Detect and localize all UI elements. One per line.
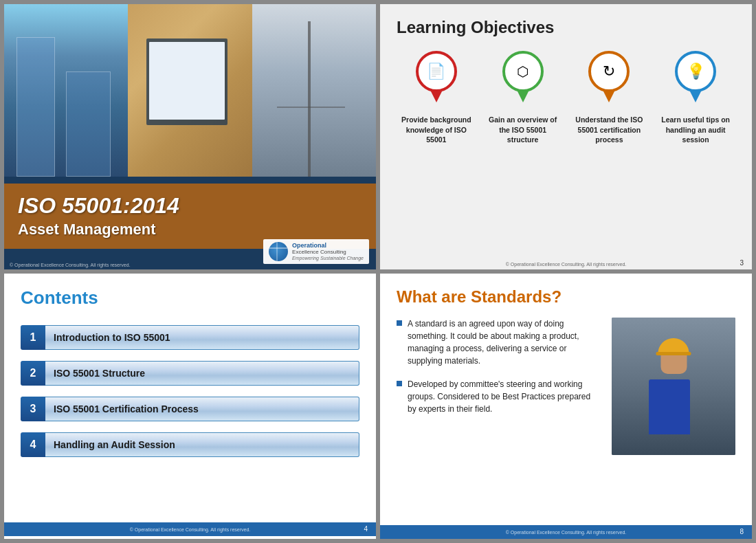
slide-4-footer-bar: © Operational Excellence Consulting. All…	[380, 525, 752, 539]
objective-3: ↻ Understand the ISO 55001 certification…	[570, 51, 649, 145]
worker-body	[649, 379, 690, 434]
hard-hat-icon	[658, 338, 689, 353]
obj-4-text: Learn useful tips on handling an audit s…	[656, 115, 735, 145]
slide-4-body: A standard is an agreed upon way of doin…	[397, 318, 735, 455]
slide-4-footer-text: © Operational Excellence Consulting. All…	[506, 530, 627, 535]
obj-4-circle: 💡	[675, 51, 716, 92]
obj-1-text: Provide background knowledge of ISO 5500…	[397, 115, 476, 145]
content-num-4: 4	[21, 432, 45, 457]
lightbulb-icon: 💡	[687, 64, 705, 79]
content-num-3: 3	[21, 397, 45, 421]
bullet-marker-1	[397, 320, 402, 326]
logo-line2: Excellence Consulting	[292, 250, 364, 256]
content-num-1: 1	[21, 325, 45, 350]
slide-1-logo: Operational Excellence Consulting Empowe…	[263, 239, 369, 264]
slide-1-main-title: ISO 55001:2014	[18, 194, 362, 218]
slide-2-title: Learning Objectives	[397, 18, 735, 37]
slide-3-contents: Contents 1 Introduction to ISO 55001 2 I…	[4, 274, 376, 539]
obj-2-text: Gain an overview of the ISO 55001 struct…	[483, 115, 563, 145]
obj-1-pin: 📄	[412, 51, 460, 109]
slide-4-worker-image	[612, 318, 735, 455]
content-label-2: ISO 55001 Structure	[45, 361, 359, 386]
content-item-4: 4 Handling an Audit Session	[21, 432, 359, 457]
slide-3-footer-bar: © Operational Excellence Consulting. All…	[4, 522, 376, 536]
content-item-2: 2 ISO 55001 Structure	[21, 361, 359, 386]
worker-head	[658, 338, 689, 369]
slide-3-page: 4	[364, 522, 368, 536]
content-label-3: ISO 55001 Certification Process	[45, 397, 359, 421]
worker-face	[660, 353, 687, 374]
content-label-4: Handling an Audit Session	[45, 432, 359, 457]
photo-laptop	[128, 4, 252, 177]
slide-2-learning-objectives: Learning Objectives 📄 Provide background…	[380, 4, 752, 269]
slide-1-photos	[4, 4, 376, 177]
objective-1: 📄 Provide background knowledge of ISO 55…	[397, 51, 476, 145]
slide-4-title: What are Standards?	[397, 287, 735, 307]
slide-3-footer-text: © Operational Excellence Consulting. All…	[130, 527, 251, 532]
obj-2-circle: ⬡	[502, 51, 544, 92]
objective-4: 💡 Learn useful tips on handling an audit…	[656, 51, 735, 145]
slide-3-title: Contents	[21, 287, 359, 309]
document-icon: 📄	[427, 64, 445, 79]
bullet-marker-2	[397, 381, 402, 386]
obj-3-text: Understand the ISO 55001 certification p…	[570, 115, 649, 145]
photo-tower	[252, 4, 376, 177]
logo-line3: Empowering Sustainable Change	[292, 256, 364, 261]
content-item-3: 3 ISO 55001 Certification Process	[21, 397, 359, 421]
obj-2-pin: ⬡	[499, 51, 547, 109]
photo-building	[4, 4, 128, 177]
slide-1-subtitle: Asset Management	[18, 221, 362, 239]
bullet-item-1: A standard is an agreed upon way of doin…	[397, 318, 601, 367]
refresh-icon: ↻	[603, 64, 615, 79]
logo-text: Operational Excellence Consulting Empowe…	[292, 243, 364, 261]
slide-4-what-are-standards: What are Standards? A standard is an agr…	[380, 274, 752, 539]
objectives-grid: 📄 Provide background knowledge of ISO 55…	[397, 51, 735, 145]
obj-3-circle: ↻	[588, 51, 630, 92]
bullet-text-1: A standard is an agreed upon way of doin…	[408, 318, 601, 367]
obj-4-pin: 💡	[671, 51, 720, 109]
objective-2: ⬡ Gain an overview of the ISO 55001 stru…	[483, 51, 563, 145]
bullet-text-2: Developed by committee's steering and wo…	[408, 378, 601, 415]
content-num-2: 2	[21, 361, 45, 386]
content-item-1: 1 Introduction to ISO 55001	[21, 325, 359, 350]
slide-4-text: A standard is an agreed upon way of doin…	[397, 318, 601, 455]
logo-globe-icon	[269, 242, 288, 261]
content-label-1: Introduction to ISO 55001	[45, 325, 359, 350]
slide-2-page: 3	[740, 259, 744, 267]
slide-2-footer: © Operational Excellence Consulting. All…	[380, 262, 752, 267]
network-icon: ⬡	[517, 65, 529, 78]
slide-1-title-slide: ISO 55001:2014 Asset Management Operatio…	[4, 4, 376, 269]
slide-4-page: 8	[740, 525, 744, 539]
obj-1-circle: 📄	[416, 51, 457, 92]
bullet-item-2: Developed by committee's steering and wo…	[397, 378, 601, 415]
contents-list: 1 Introduction to ISO 55001 2 ISO 55001 …	[21, 325, 359, 457]
obj-3-pin: ↻	[585, 51, 633, 109]
slide-1-copyright: © Operational Excellence Consulting. All…	[10, 263, 131, 267]
